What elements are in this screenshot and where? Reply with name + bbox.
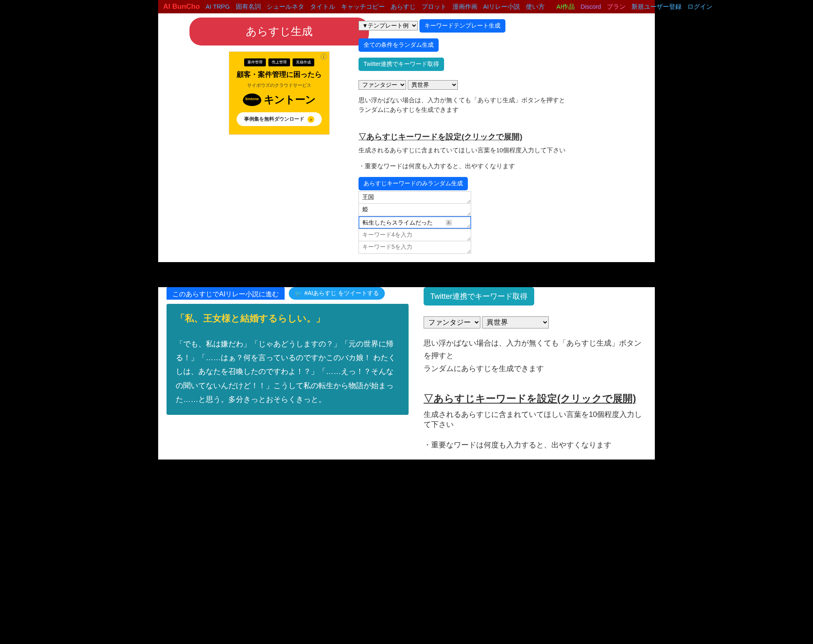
ad-info-icon[interactable]: i	[321, 53, 327, 60]
arrow-right-icon: ›	[308, 116, 314, 123]
ad-sub: サイボウズのクラウドサービス	[234, 83, 324, 88]
keyword-template-button[interactable]: キーワードテンプレート生成	[419, 19, 505, 33]
ad-headline: 顧客・案件管理に困ったら	[234, 70, 324, 79]
keyword-input-2[interactable]	[359, 204, 471, 216]
genre-select-2[interactable]: ファンタジー	[424, 316, 480, 328]
twitter-bird-icon: 🐦	[295, 290, 302, 297]
nav-surreal[interactable]: シュールネタ	[267, 3, 304, 11]
world-select[interactable]: 異世界	[408, 80, 458, 90]
ad-logo-bubble-icon: kintone	[243, 93, 261, 106]
keyword-desc-2: 生成されるあらすじに含まれていてほしい言葉を10個程度入力して下さい	[424, 409, 646, 429]
keyword-section-heading[interactable]: ▽あらすじキーワードを設定(クリックで展開)	[359, 131, 634, 142]
ad-cta-button[interactable]: 事例集を無料ダウンロード ›	[237, 112, 322, 126]
nav-howto[interactable]: 使い方	[526, 3, 545, 11]
genre-select[interactable]: ファンタジー	[359, 80, 406, 90]
navbar: AI BunCho AI TRPG 固有名詞 シュールネタ タイトル キャッチコ…	[158, 0, 655, 13]
brand-logo[interactable]: AI BunCho	[163, 3, 200, 11]
keyword-input-5[interactable]	[359, 241, 471, 254]
nav-login[interactable]: ログイン	[687, 3, 712, 11]
nav-title[interactable]: タイトル	[310, 3, 335, 11]
ad-logo-text: キントーン	[264, 93, 316, 106]
keyword-note-2: ・重要なワードは何度も入力すると、出やすくなります	[424, 439, 646, 452]
nav-plan[interactable]: プラン	[607, 3, 626, 11]
random-all-button[interactable]: 全ての条件をランダム生成	[359, 38, 439, 52]
nav-manga[interactable]: 漫画作画	[452, 3, 477, 11]
help-text: 思い浮かばない場合は、入力が無くても「あらすじ生成」ボタンを押すと ランダムにあ…	[359, 96, 634, 115]
tweet-label: #AIあらすじ をツイートする	[304, 290, 379, 297]
keyword-input-4[interactable]	[359, 229, 471, 241]
ad-tags: 案件管理 売上管理 見積作成	[234, 58, 324, 66]
nav-discord[interactable]: Discord	[581, 3, 601, 10]
ad-logo: kintone キントーン	[234, 93, 324, 106]
keyword-random-button[interactable]: あらすじキーワードのみランダム生成	[359, 177, 468, 190]
ime-badge-icon: あ	[446, 220, 452, 226]
keyword-input-1[interactable]	[359, 191, 471, 204]
world-select-2[interactable]: 異世界	[482, 316, 549, 328]
ad-tag: 案件管理	[244, 58, 266, 66]
nav-ai-works[interactable]: AI作品	[556, 3, 575, 11]
nav-synopsis[interactable]: あらすじ	[391, 3, 416, 11]
ad-cta-label: 事例集を無料ダウンロード	[244, 116, 304, 123]
nav-ai-trpg[interactable]: AI TRPG	[206, 3, 230, 10]
story-result-card: 「私、王女様と結婚するらしい。」 「でも、私は嫌だわ」「じゃあどうしますの？」「…	[167, 304, 409, 415]
nav-catchcopy[interactable]: キャッチコピー	[341, 3, 385, 11]
nav-register[interactable]: 新規ユーザー登録	[631, 3, 682, 11]
nav-relay-novel[interactable]: AIリレー小説	[483, 3, 520, 11]
twitter-keyword-button[interactable]: Twitter連携でキーワード取得	[359, 58, 444, 71]
help-text-2: 思い浮かばない場合は、入力が無くても「あらすじ生成」ボタンを押すと ランダムにあ…	[424, 337, 646, 375]
ad-unit[interactable]: i 案件管理 売上管理 見積作成 顧客・案件管理に困ったら サイボウズのクラウド…	[229, 51, 330, 135]
keyword-section-heading-2[interactable]: ▽あらすじキーワードを設定(クリックで展開)	[424, 392, 646, 405]
tweet-button[interactable]: 🐦 #AIあらすじ をツイートする	[289, 287, 385, 300]
keyword-desc: 生成されるあらすじに含まれていてほしい言葉を10個程度入力して下さい	[359, 146, 634, 155]
twitter-keyword-button-2[interactable]: Twitter連携でキーワード取得	[424, 287, 534, 306]
keyword-note: ・重要なワードは何度も入力すると、出やすくなります	[359, 162, 634, 171]
story-title: 「私、王女様と結婚するらしい。」	[176, 312, 399, 325]
story-body: 「でも、私は嫌だわ」「じゃあどうしますの？」「元の世界に帰る！」「……はぁ？何を…	[176, 337, 399, 407]
template-select[interactable]: ▼テンプレート例	[359, 21, 418, 30]
nav-plot[interactable]: プロット	[422, 3, 447, 11]
keyword-input-3[interactable]	[359, 216, 471, 229]
proceed-relay-novel-button[interactable]: このあらすじでAIリレー小説に進む	[167, 287, 285, 300]
generate-synopsis-button[interactable]: あらすじ生成	[189, 18, 369, 45]
nav-proper-noun[interactable]: 固有名詞	[236, 3, 261, 11]
ad-tag: 見積作成	[293, 58, 314, 66]
ad-tag: 売上管理	[268, 58, 290, 66]
